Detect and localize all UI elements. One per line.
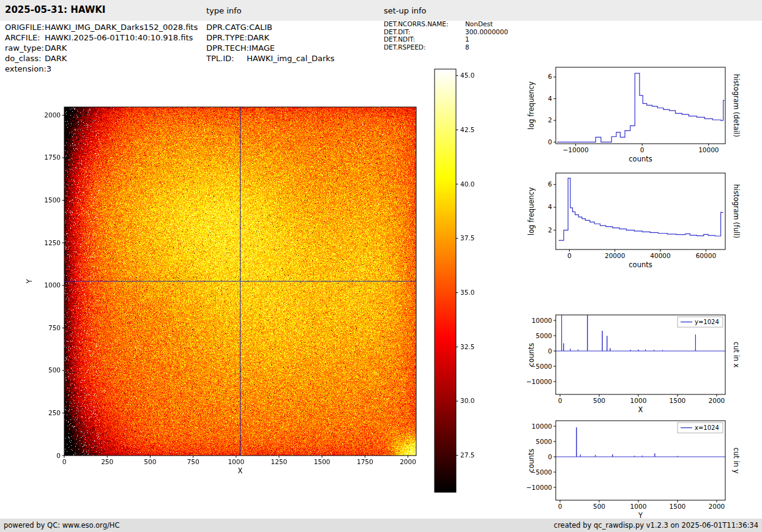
cut-in-y-chart: 0500100015002000−10000−50000500010000Yco…: [526, 413, 742, 522]
dpr-type-value: DARK: [247, 32, 269, 43]
svg-text:1500: 1500: [670, 397, 686, 404]
svg-text:0: 0: [548, 347, 552, 355]
svg-text:−10000: −10000: [562, 146, 588, 153]
svg-text:1750: 1750: [357, 458, 373, 465]
svg-text:counts: counts: [629, 260, 652, 269]
colorbar: 27.530.032.535.037.540.042.545.0: [428, 64, 487, 501]
svg-text:0: 0: [62, 458, 67, 465]
svg-text:counts: counts: [527, 343, 536, 366]
svg-text:−10000: −10000: [526, 378, 552, 385]
svg-text:1250: 1250: [271, 458, 288, 465]
det-dit-value: 300.0000000: [465, 28, 508, 36]
svg-text:32.5: 32.5: [460, 343, 474, 350]
file-info-row: do_class:DARK: [5, 53, 198, 64]
colorbar-axis: 27.530.032.535.037.540.042.545.0: [428, 64, 487, 501]
svg-text:500: 500: [48, 366, 61, 374]
svg-text:1500: 1500: [44, 196, 61, 204]
svg-text:4: 4: [548, 203, 552, 210]
dpr-catg-label: DPR.CATG:: [206, 22, 249, 32]
svg-text:−10000: −10000: [526, 484, 552, 491]
footer-right-text: created by qc_rawdisp.py v1.2.3 on 2025-…: [554, 521, 758, 530]
extension-label: extension:: [5, 64, 47, 74]
svg-text:500: 500: [593, 503, 605, 510]
svg-text:0: 0: [548, 453, 552, 460]
svg-text:750: 750: [48, 324, 61, 331]
svg-text:0: 0: [567, 252, 572, 259]
arcfile-value: HAWKI.2025-06-01T10:40:10.918.fits: [45, 32, 193, 43]
dpr-tech-label: DPR.TECH:: [206, 43, 249, 53]
svg-text:30.0: 30.0: [460, 397, 474, 404]
svg-text:2: 2: [548, 116, 552, 124]
svg-text:45.0: 45.0: [460, 72, 474, 79]
svg-text:1000: 1000: [228, 458, 244, 465]
extension-value: 3: [47, 64, 51, 74]
svg-text:250: 250: [48, 409, 61, 416]
arcfile-label: ARCFILE:: [5, 32, 45, 43]
type-info-row: DPR.TECH:IMAGE: [206, 43, 335, 53]
type-info-heading: type info: [206, 6, 242, 15]
type-info-row: TPL.ID:HAWKI_img_cal_Darks: [206, 53, 335, 64]
setup-info-heading: set-up info: [384, 6, 427, 15]
file-info-row: ORIGFILE:HAWKI_IMG_DARK_Darks152_0028.fi…: [5, 22, 198, 32]
type-info-block: DPR.CATG:CALIB DPR.TYPE:DARK DPR.TECH:IM…: [206, 22, 335, 64]
raw-type-value: DARK: [45, 43, 67, 53]
svg-text:20000: 20000: [605, 252, 625, 259]
svg-text:42.5: 42.5: [460, 126, 474, 133]
svg-text:5000: 5000: [536, 438, 552, 445]
svg-text:500: 500: [144, 458, 156, 465]
svg-text:X: X: [638, 405, 643, 414]
svg-text:10000: 10000: [532, 317, 552, 324]
svg-text:1500: 1500: [314, 458, 331, 465]
setup-info-block: DET.NCORRS.NAME:NonDest DET.DIT:300.0000…: [384, 20, 508, 51]
dark-frame-image: 0250500750100012501500175020000250500750…: [24, 98, 428, 492]
do-class-label: do_class:: [5, 53, 45, 64]
setup-info-row: DET.RSPEED:8: [384, 43, 508, 51]
svg-text:6: 6: [548, 180, 552, 188]
svg-text:1000: 1000: [630, 503, 647, 510]
do-class-value: DARK: [45, 53, 67, 64]
file-info-row: raw_type:DARK: [5, 43, 198, 53]
svg-text:1250: 1250: [44, 239, 61, 246]
dpr-tech-value: IMAGE: [249, 43, 275, 53]
cut-in-x-chart: 0500100015002000−10000−50000500010000Xco…: [526, 308, 742, 416]
svg-text:60000: 60000: [696, 252, 716, 259]
footer-bar: powered by QC: www.eso.org/HC created by…: [0, 519, 762, 532]
det-dit-label: DET.DIT:: [384, 28, 465, 36]
svg-text:x=1024: x=1024: [695, 424, 719, 431]
qc-report-page: 2025-05-31: HAWKI type info set-up info …: [0, 0, 762, 532]
svg-text:0: 0: [558, 397, 562, 404]
svg-text:2000: 2000: [709, 503, 725, 510]
svg-text:1000: 1000: [44, 281, 61, 289]
hist_full-plot: 0200004000060000246countslog frequencyhi…: [526, 166, 742, 271]
svg-text:750: 750: [187, 458, 200, 465]
raw-type-label: raw_type:: [5, 43, 45, 53]
hist_detail-plot: −100000100000246countslog frequencyhisto…: [526, 60, 742, 165]
svg-text:37.5: 37.5: [460, 234, 474, 242]
svg-text:counts: counts: [527, 449, 536, 472]
svg-text:1500: 1500: [670, 503, 686, 510]
svg-text:2000: 2000: [400, 458, 416, 465]
tpl-id-label: TPL.ID:: [206, 53, 247, 64]
page-title: 2025-05-31: HAWKI: [5, 4, 105, 15]
svg-text:250: 250: [101, 458, 113, 465]
det-ndit-value: 1: [465, 35, 469, 43]
det-rspeed-label: DET.RSPEED:: [384, 43, 465, 51]
footer-left-text: powered by QC: www.eso.org/HC: [4, 521, 119, 530]
setup-info-row: DET.NDIT:1: [384, 35, 508, 43]
svg-text:0: 0: [558, 503, 562, 510]
svg-text:histogram (detail): histogram (detail): [732, 74, 741, 137]
svg-text:Y: Y: [25, 279, 34, 284]
det-ncorrs-label: DET.NCORRS.NAME:: [384, 20, 465, 28]
svg-text:counts: counts: [629, 155, 652, 163]
file-info-row: ARCFILE:HAWKI.2025-06-01T10:40:10.918.fi…: [5, 32, 198, 43]
type-info-row: DPR.TYPE:DARK: [206, 32, 335, 43]
header-bar: 2025-05-31: HAWKI type info set-up info: [0, 0, 762, 21]
file-info-row: extension:3: [5, 64, 198, 74]
cut_x-plot: 0500100015002000−10000−50000500010000Xco…: [526, 308, 742, 416]
det-ncorrs-value: NonDest: [465, 20, 493, 28]
tpl-id-value: HAWKI_img_cal_Darks: [247, 53, 335, 64]
svg-text:2000: 2000: [44, 111, 61, 119]
det-rspeed-value: 8: [465, 43, 469, 51]
svg-text:y=1024: y=1024: [695, 319, 719, 325]
histogram-detail-chart: −100000100000246countslog frequencyhisto…: [526, 60, 742, 165]
